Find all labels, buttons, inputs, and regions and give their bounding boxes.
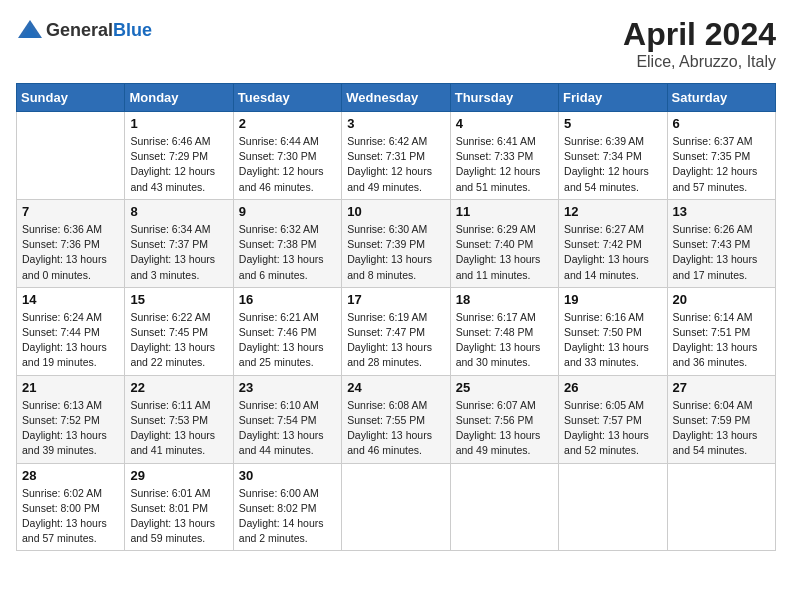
day-number: 22 bbox=[130, 380, 227, 395]
day-number: 29 bbox=[130, 468, 227, 483]
day-info: Sunrise: 6:08 AMSunset: 7:55 PMDaylight:… bbox=[347, 398, 444, 459]
calendar-cell: 22Sunrise: 6:11 AMSunset: 7:53 PMDayligh… bbox=[125, 375, 233, 463]
day-number: 2 bbox=[239, 116, 336, 131]
day-info: Sunrise: 6:37 AMSunset: 7:35 PMDaylight:… bbox=[673, 134, 770, 195]
calendar-week-5: 28Sunrise: 6:02 AMSunset: 8:00 PMDayligh… bbox=[17, 463, 776, 551]
day-info: Sunrise: 6:00 AMSunset: 8:02 PMDaylight:… bbox=[239, 486, 336, 547]
day-number: 3 bbox=[347, 116, 444, 131]
day-info: Sunrise: 6:41 AMSunset: 7:33 PMDaylight:… bbox=[456, 134, 553, 195]
calendar-cell: 6Sunrise: 6:37 AMSunset: 7:35 PMDaylight… bbox=[667, 112, 775, 200]
day-number: 5 bbox=[564, 116, 661, 131]
calendar-week-2: 7Sunrise: 6:36 AMSunset: 7:36 PMDaylight… bbox=[17, 199, 776, 287]
day-number: 18 bbox=[456, 292, 553, 307]
day-info: Sunrise: 6:01 AMSunset: 8:01 PMDaylight:… bbox=[130, 486, 227, 547]
calendar-cell: 13Sunrise: 6:26 AMSunset: 7:43 PMDayligh… bbox=[667, 199, 775, 287]
calendar-cell: 1Sunrise: 6:46 AMSunset: 7:29 PMDaylight… bbox=[125, 112, 233, 200]
calendar-cell: 25Sunrise: 6:07 AMSunset: 7:56 PMDayligh… bbox=[450, 375, 558, 463]
day-info: Sunrise: 6:19 AMSunset: 7:47 PMDaylight:… bbox=[347, 310, 444, 371]
weekday-row: SundayMondayTuesdayWednesdayThursdayFrid… bbox=[17, 84, 776, 112]
day-number: 19 bbox=[564, 292, 661, 307]
calendar-cell: 10Sunrise: 6:30 AMSunset: 7:39 PMDayligh… bbox=[342, 199, 450, 287]
day-number: 21 bbox=[22, 380, 119, 395]
day-number: 26 bbox=[564, 380, 661, 395]
day-info: Sunrise: 6:36 AMSunset: 7:36 PMDaylight:… bbox=[22, 222, 119, 283]
day-info: Sunrise: 6:04 AMSunset: 7:59 PMDaylight:… bbox=[673, 398, 770, 459]
day-number: 24 bbox=[347, 380, 444, 395]
location-title: Elice, Abruzzo, Italy bbox=[623, 53, 776, 71]
day-number: 28 bbox=[22, 468, 119, 483]
logo-text-general: General bbox=[46, 20, 113, 40]
weekday-header-sunday: Sunday bbox=[17, 84, 125, 112]
day-info: Sunrise: 6:39 AMSunset: 7:34 PMDaylight:… bbox=[564, 134, 661, 195]
calendar-cell: 29Sunrise: 6:01 AMSunset: 8:01 PMDayligh… bbox=[125, 463, 233, 551]
day-number: 17 bbox=[347, 292, 444, 307]
day-info: Sunrise: 6:16 AMSunset: 7:50 PMDaylight:… bbox=[564, 310, 661, 371]
weekday-header-saturday: Saturday bbox=[667, 84, 775, 112]
calendar-cell: 20Sunrise: 6:14 AMSunset: 7:51 PMDayligh… bbox=[667, 287, 775, 375]
day-info: Sunrise: 6:07 AMSunset: 7:56 PMDaylight:… bbox=[456, 398, 553, 459]
calendar-cell: 7Sunrise: 6:36 AMSunset: 7:36 PMDaylight… bbox=[17, 199, 125, 287]
day-info: Sunrise: 6:24 AMSunset: 7:44 PMDaylight:… bbox=[22, 310, 119, 371]
calendar-cell: 30Sunrise: 6:00 AMSunset: 8:02 PMDayligh… bbox=[233, 463, 341, 551]
calendar-cell: 3Sunrise: 6:42 AMSunset: 7:31 PMDaylight… bbox=[342, 112, 450, 200]
day-info: Sunrise: 6:11 AMSunset: 7:53 PMDaylight:… bbox=[130, 398, 227, 459]
calendar-cell bbox=[667, 463, 775, 551]
day-number: 9 bbox=[239, 204, 336, 219]
day-info: Sunrise: 6:17 AMSunset: 7:48 PMDaylight:… bbox=[456, 310, 553, 371]
day-number: 13 bbox=[673, 204, 770, 219]
day-number: 12 bbox=[564, 204, 661, 219]
day-info: Sunrise: 6:14 AMSunset: 7:51 PMDaylight:… bbox=[673, 310, 770, 371]
day-info: Sunrise: 6:42 AMSunset: 7:31 PMDaylight:… bbox=[347, 134, 444, 195]
day-number: 16 bbox=[239, 292, 336, 307]
calendar-cell: 24Sunrise: 6:08 AMSunset: 7:55 PMDayligh… bbox=[342, 375, 450, 463]
day-number: 27 bbox=[673, 380, 770, 395]
day-number: 30 bbox=[239, 468, 336, 483]
calendar-cell: 23Sunrise: 6:10 AMSunset: 7:54 PMDayligh… bbox=[233, 375, 341, 463]
calendar-cell: 21Sunrise: 6:13 AMSunset: 7:52 PMDayligh… bbox=[17, 375, 125, 463]
calendar-cell: 17Sunrise: 6:19 AMSunset: 7:47 PMDayligh… bbox=[342, 287, 450, 375]
calendar-cell: 5Sunrise: 6:39 AMSunset: 7:34 PMDaylight… bbox=[559, 112, 667, 200]
calendar-body: 1Sunrise: 6:46 AMSunset: 7:29 PMDaylight… bbox=[17, 112, 776, 551]
day-info: Sunrise: 6:30 AMSunset: 7:39 PMDaylight:… bbox=[347, 222, 444, 283]
calendar-cell: 11Sunrise: 6:29 AMSunset: 7:40 PMDayligh… bbox=[450, 199, 558, 287]
calendar-cell: 9Sunrise: 6:32 AMSunset: 7:38 PMDaylight… bbox=[233, 199, 341, 287]
day-info: Sunrise: 6:29 AMSunset: 7:40 PMDaylight:… bbox=[456, 222, 553, 283]
weekday-header-monday: Monday bbox=[125, 84, 233, 112]
calendar-cell: 28Sunrise: 6:02 AMSunset: 8:00 PMDayligh… bbox=[17, 463, 125, 551]
calendar-week-4: 21Sunrise: 6:13 AMSunset: 7:52 PMDayligh… bbox=[17, 375, 776, 463]
calendar-cell: 4Sunrise: 6:41 AMSunset: 7:33 PMDaylight… bbox=[450, 112, 558, 200]
weekday-header-tuesday: Tuesday bbox=[233, 84, 341, 112]
calendar-cell: 27Sunrise: 6:04 AMSunset: 7:59 PMDayligh… bbox=[667, 375, 775, 463]
day-number: 10 bbox=[347, 204, 444, 219]
logo-text-blue: Blue bbox=[113, 20, 152, 40]
day-number: 7 bbox=[22, 204, 119, 219]
calendar-cell: 16Sunrise: 6:21 AMSunset: 7:46 PMDayligh… bbox=[233, 287, 341, 375]
day-info: Sunrise: 6:44 AMSunset: 7:30 PMDaylight:… bbox=[239, 134, 336, 195]
day-info: Sunrise: 6:46 AMSunset: 7:29 PMDaylight:… bbox=[130, 134, 227, 195]
calendar-cell: 2Sunrise: 6:44 AMSunset: 7:30 PMDaylight… bbox=[233, 112, 341, 200]
day-info: Sunrise: 6:27 AMSunset: 7:42 PMDaylight:… bbox=[564, 222, 661, 283]
day-number: 1 bbox=[130, 116, 227, 131]
calendar-cell: 14Sunrise: 6:24 AMSunset: 7:44 PMDayligh… bbox=[17, 287, 125, 375]
calendar-cell: 8Sunrise: 6:34 AMSunset: 7:37 PMDaylight… bbox=[125, 199, 233, 287]
day-info: Sunrise: 6:22 AMSunset: 7:45 PMDaylight:… bbox=[130, 310, 227, 371]
day-info: Sunrise: 6:10 AMSunset: 7:54 PMDaylight:… bbox=[239, 398, 336, 459]
calendar-header: SundayMondayTuesdayWednesdayThursdayFrid… bbox=[17, 84, 776, 112]
calendar-cell bbox=[342, 463, 450, 551]
title-block: April 2024 Elice, Abruzzo, Italy bbox=[623, 16, 776, 71]
calendar-cell: 15Sunrise: 6:22 AMSunset: 7:45 PMDayligh… bbox=[125, 287, 233, 375]
day-number: 8 bbox=[130, 204, 227, 219]
day-info: Sunrise: 6:05 AMSunset: 7:57 PMDaylight:… bbox=[564, 398, 661, 459]
weekday-header-friday: Friday bbox=[559, 84, 667, 112]
day-info: Sunrise: 6:32 AMSunset: 7:38 PMDaylight:… bbox=[239, 222, 336, 283]
page-header: GeneralBlue April 2024 Elice, Abruzzo, I… bbox=[16, 16, 776, 71]
calendar-cell bbox=[17, 112, 125, 200]
day-info: Sunrise: 6:21 AMSunset: 7:46 PMDaylight:… bbox=[239, 310, 336, 371]
day-number: 4 bbox=[456, 116, 553, 131]
day-number: 25 bbox=[456, 380, 553, 395]
day-info: Sunrise: 6:26 AMSunset: 7:43 PMDaylight:… bbox=[673, 222, 770, 283]
day-info: Sunrise: 6:13 AMSunset: 7:52 PMDaylight:… bbox=[22, 398, 119, 459]
day-number: 14 bbox=[22, 292, 119, 307]
day-info: Sunrise: 6:02 AMSunset: 8:00 PMDaylight:… bbox=[22, 486, 119, 547]
calendar-cell: 26Sunrise: 6:05 AMSunset: 7:57 PMDayligh… bbox=[559, 375, 667, 463]
